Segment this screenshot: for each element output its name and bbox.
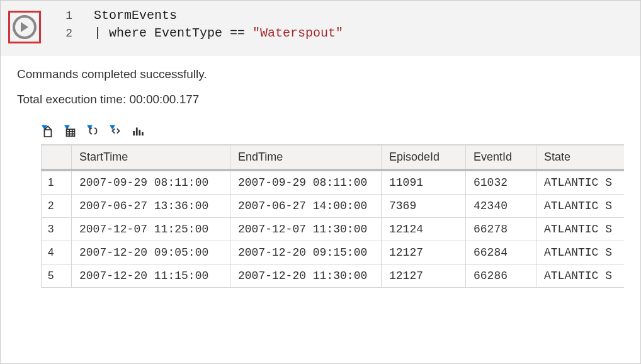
results-area: Commands completed successfully. Total e… [1,56,640,288]
cell-starttime: 2007-12-07 11:25:00 [72,218,230,241]
row-index: 2 [42,195,72,218]
cell-state: ATLANTIC S [536,241,625,264]
cell-state: ATLANTIC S [536,195,625,218]
table-row[interactable]: 22007-06-27 13:36:002007-06-27 14:00:007… [42,195,625,218]
column-header[interactable]: EpisodeId [382,145,466,171]
table-row[interactable]: 42007-12-20 09:05:002007-12-20 09:15:001… [42,241,625,264]
cell-eventid: 66286 [466,264,536,288]
status-message: Commands completed successfully. [17,67,624,81]
chart-icon[interactable] [132,124,145,138]
row-index-header[interactable] [42,145,72,171]
export-csv-icon[interactable] [41,124,55,138]
column-header[interactable]: State [536,145,625,171]
table-row[interactable]: 52007-12-20 11:15:002007-12-20 11:30:001… [42,264,625,288]
row-index: 5 [42,264,72,288]
cell-episodeid: 12124 [382,218,466,241]
code-token: StormEvents [94,7,177,25]
expand-json-icon[interactable] [86,124,100,138]
expand-code-icon[interactable] [109,124,123,138]
editor-area: 1 StormEvents 2 | where EventType == "Wa… [1,1,640,56]
play-icon [20,22,29,32]
cell-endtime: 2007-06-27 14:00:00 [230,195,382,218]
cell-episodeid: 7369 [382,195,466,218]
code-line: 1 StormEvents [60,7,343,25]
column-header[interactable]: StartTime [72,145,230,171]
code-editor[interactable]: 1 StormEvents 2 | where EventType == "Wa… [60,7,343,42]
results-toolbar [41,124,624,138]
run-button-highlight [8,11,41,43]
execution-time: Total execution time: 00:00:00.177 [17,93,624,106]
column-header[interactable]: EventId [466,145,536,171]
row-index: 3 [42,218,72,241]
svg-marker-0 [21,22,28,32]
cell-eventid: 66278 [466,218,536,241]
cell-episodeid: 12127 [382,241,466,264]
table-row[interactable]: 32007-12-07 11:25:002007-12-07 11:30:001… [42,218,625,241]
results-table[interactable]: StartTime EndTime EpisodeId EventId Stat… [41,145,624,288]
cell-episodeid: 12127 [382,264,466,288]
cell-endtime: 2007-09-29 08:11:00 [230,170,382,195]
code-token-group: | where EventType == "Waterspout" [94,25,343,42]
run-button[interactable] [13,15,37,39]
row-index: 1 [42,170,72,195]
table-row[interactable]: 12007-09-29 08:11:002007-09-29 08:11:001… [42,170,625,195]
cell-endtime: 2007-12-07 11:30:00 [230,218,382,241]
cell-starttime: 2007-09-29 08:11:00 [72,170,230,195]
cell-starttime: 2007-12-20 11:15:00 [72,264,230,288]
column-header[interactable]: EndTime [230,145,382,171]
cell-state: ATLANTIC S [536,170,625,195]
row-index: 4 [42,241,72,264]
cell-state: ATLANTIC S [536,264,625,288]
cell-eventid: 66284 [466,241,536,264]
cell-endtime: 2007-12-20 11:30:00 [230,264,382,288]
query-panel: 1 StormEvents 2 | where EventType == "Wa… [0,0,641,364]
cell-starttime: 2007-06-27 13:36:00 [72,195,230,218]
line-number: 2 [60,25,72,42]
export-xlsx-icon[interactable] [64,124,77,138]
cell-eventid: 42340 [466,195,536,218]
cell-endtime: 2007-12-20 09:15:00 [230,241,382,264]
cell-eventid: 61032 [466,170,536,195]
cell-state: ATLANTIC S [536,218,625,241]
results-table-container: StartTime EndTime EpisodeId EventId Stat… [41,144,624,288]
svg-rect-1 [67,129,75,136]
cell-episodeid: 11091 [382,170,466,195]
line-number: 1 [60,7,72,25]
table-header-row: StartTime EndTime EpisodeId EventId Stat… [42,145,625,171]
cell-starttime: 2007-12-20 09:05:00 [72,241,230,264]
code-line: 2 | where EventType == "Waterspout" [60,25,343,42]
